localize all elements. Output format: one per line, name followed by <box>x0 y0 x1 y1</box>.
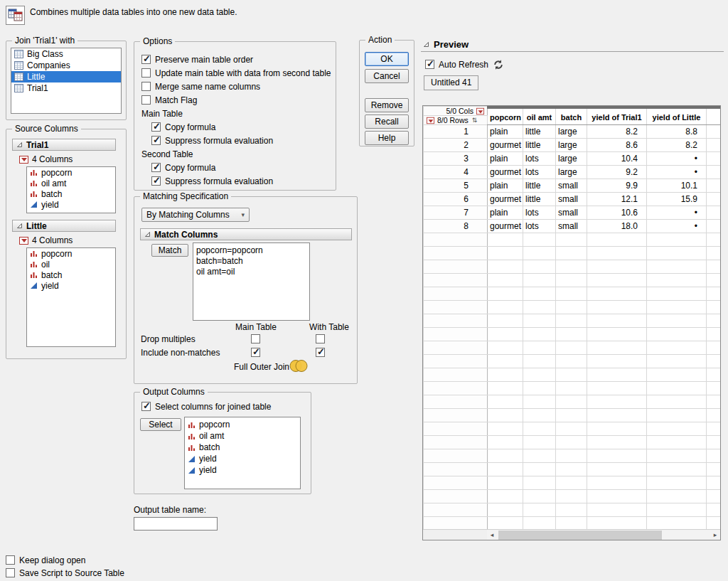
include-non-matches-with-checkbox[interactable] <box>316 348 325 357</box>
checkbox-box[interactable] <box>6 568 15 577</box>
columns-menu-icon[interactable] <box>19 237 28 245</box>
row-number[interactable]: 2 <box>424 139 488 152</box>
table-cell[interactable]: plain <box>488 152 523 166</box>
rows-counter-cell[interactable]: 8/0 Rows ⇅ <box>424 116 488 125</box>
row-sort-icon[interactable]: ⇅ <box>472 117 478 124</box>
table-cell[interactable]: small <box>556 193 587 206</box>
column-item[interactable]: popcorn <box>27 167 115 178</box>
table-cell[interactable]: gourmet <box>488 220 523 233</box>
table-row[interactable]: 2 gourmet little large 8.6 8.2 <box>424 139 721 152</box>
table-list-item-trial1[interactable]: Trial1 <box>11 82 121 94</box>
table-row[interactable]: 3 plain lots large 10.4 • <box>424 152 721 166</box>
checkbox-box[interactable] <box>141 402 151 411</box>
tab-untitled-41[interactable]: Untitled 41 <box>424 75 478 90</box>
table-cell[interactable]: 9.2 <box>587 166 647 179</box>
table-list-item-companies[interactable]: Companies <box>11 60 121 71</box>
output-column-item[interactable]: yield <box>185 464 300 476</box>
table-cell[interactable]: lots <box>523 152 556 166</box>
table-cell[interactable]: 12.1 <box>587 193 647 206</box>
disclosure-open-icon[interactable] <box>16 142 23 148</box>
checkbox-box[interactable] <box>141 68 151 78</box>
table-cell[interactable]: little <box>523 139 556 152</box>
drop-multiples-main-checkbox[interactable] <box>251 334 260 343</box>
row-number[interactable]: 7 <box>424 206 488 220</box>
horizontal-scrollbar[interactable]: ◂ ▸ <box>487 529 720 540</box>
table-cell[interactable]: gourmet <box>488 139 523 152</box>
checkbox-main-suppress-formula-eval[interactable]: Suppress formula evaluation <box>151 134 328 147</box>
recall-button[interactable]: Recall <box>365 114 409 129</box>
match-pair[interactable]: batch=batch <box>193 255 309 266</box>
select-button[interactable]: Select <box>140 418 181 431</box>
cancel-button[interactable]: Cancel <box>365 69 409 83</box>
checkbox-box[interactable] <box>151 122 161 132</box>
table-list-item-little[interactable]: Little <box>11 71 121 82</box>
row-number[interactable]: 1 <box>424 125 488 139</box>
match-pair[interactable]: popcorn=popcorn <box>193 245 309 255</box>
checkbox-second-copy-formula[interactable]: Copy formula <box>151 161 328 174</box>
row-number[interactable]: 8 <box>424 220 488 233</box>
column-header-popcorn[interactable]: popcorn <box>488 107 523 125</box>
checkbox-update-main-table[interactable]: Update main table with data from second … <box>141 66 328 80</box>
table-cell[interactable]: little <box>523 193 556 206</box>
output-column-item[interactable]: batch <box>185 442 300 453</box>
table-cell[interactable]: large <box>556 166 587 179</box>
source-group-little-header[interactable]: Little <box>12 220 116 232</box>
table-cell[interactable]: plain <box>488 206 523 220</box>
table-cell[interactable]: 8.2 <box>647 139 707 152</box>
table-cell[interactable]: 18.0 <box>587 220 647 233</box>
table-cell[interactable]: 8.2 <box>587 125 647 139</box>
checkbox-box[interactable] <box>151 176 161 186</box>
checkbox-keep-dialog-open[interactable]: Keep dialog open <box>6 553 85 567</box>
refresh-icon[interactable] <box>493 59 504 70</box>
checkbox-main-copy-formula[interactable]: Copy formula <box>151 120 328 134</box>
checkbox-box[interactable] <box>141 55 151 64</box>
table-list-item-big-class[interactable]: Big Class <box>11 48 121 60</box>
drop-multiples-with-checkbox[interactable] <box>316 334 325 343</box>
table-cell[interactable]: plain <box>488 125 523 139</box>
ok-button[interactable]: OK <box>365 52 409 66</box>
table-row[interactable]: 8 gourmet lots small 18.0 • <box>424 220 721 233</box>
table-cell[interactable]: small <box>556 220 587 233</box>
checkbox-box[interactable] <box>151 163 161 172</box>
column-item[interactable]: popcorn <box>27 248 115 259</box>
table-cell[interactable]: lots <box>523 220 556 233</box>
table-row[interactable]: 7 plain lots small 10.6 • <box>424 206 721 220</box>
scroll-left-arrow-icon[interactable]: ◂ <box>487 530 497 540</box>
checkbox-box[interactable] <box>151 136 161 145</box>
checkbox-preserve-main-table-order[interactable]: Preserve main table order <box>141 53 328 66</box>
checkbox-box[interactable] <box>141 95 151 105</box>
table-cell[interactable]: 10.6 <box>587 206 647 220</box>
table-cell[interactable]: large <box>556 125 587 139</box>
table-cell[interactable]: little <box>523 179 556 193</box>
disclosure-open-icon[interactable] <box>144 231 151 238</box>
checkbox-box[interactable] <box>6 555 15 565</box>
table-cell[interactable]: gourmet <box>488 193 523 206</box>
checkbox-second-suppress-formula-eval[interactable]: Suppress formula evaluation <box>151 174 328 188</box>
table-cell[interactable]: 10.1 <box>647 179 707 193</box>
checkbox-select-columns-for-joined-table[interactable]: Select columns for joined table <box>141 400 271 413</box>
table-cell[interactable]: 10.4 <box>587 152 647 166</box>
output-column-item[interactable]: oil amt <box>185 430 300 442</box>
table-cell[interactable]: 15.9 <box>647 193 707 206</box>
output-table-name-input[interactable] <box>134 517 218 531</box>
row-number[interactable]: 6 <box>424 193 488 206</box>
checkbox-merge-same-name-columns[interactable]: Merge same name columns <box>141 80 328 93</box>
table-row[interactable]: 6 gourmet little small 12.1 15.9 <box>424 193 721 206</box>
table-row[interactable]: 5 plain little small 9.9 10.1 <box>424 179 721 193</box>
table-cell[interactable]: 9.9 <box>587 179 647 193</box>
matching-method-dropdown[interactable]: By Matching Columns ▾ <box>141 208 250 222</box>
column-header-batch[interactable]: batch <box>556 107 587 125</box>
table-cell[interactable]: small <box>556 206 587 220</box>
source-group-trial1-header[interactable]: Trial1 <box>12 139 116 151</box>
row-number[interactable]: 4 <box>424 166 488 179</box>
include-non-matches-main-checkbox[interactable] <box>251 348 260 357</box>
output-column-item[interactable]: yield <box>185 453 300 464</box>
match-button[interactable]: Match <box>151 244 188 257</box>
checkbox-match-flag[interactable]: Match Flag <box>141 93 328 107</box>
table-cell[interactable]: lots <box>523 206 556 220</box>
row-number[interactable]: 5 <box>424 179 488 193</box>
match-pair[interactable]: oil amt=oil <box>193 266 309 277</box>
columns-menu-icon[interactable] <box>476 107 484 114</box>
table-cell[interactable]: gourmet <box>488 166 523 179</box>
table-cell[interactable]: plain <box>488 179 523 193</box>
